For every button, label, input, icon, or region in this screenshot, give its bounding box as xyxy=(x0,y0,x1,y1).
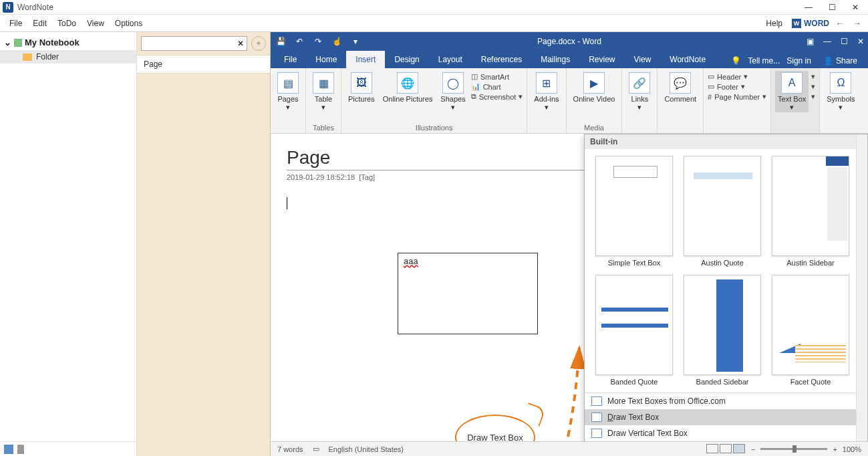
tab-review[interactable]: Review xyxy=(579,51,624,68)
pagenum-icon: # xyxy=(708,93,712,101)
add-page-button[interactable]: + xyxy=(251,36,266,51)
menu-edit[interactable]: Edit xyxy=(27,19,52,28)
gallery-item-banded-quote[interactable]: Banded Quote xyxy=(594,275,674,386)
menu-view[interactable]: View xyxy=(82,19,110,28)
menu-options[interactable]: Options xyxy=(110,19,148,28)
dropcap-button[interactable]: ▾ xyxy=(811,92,815,101)
touch-mode-icon[interactable]: ☝ xyxy=(331,35,343,47)
menu-todo[interactable]: ToDo xyxy=(52,19,82,28)
tab-file[interactable]: File xyxy=(275,51,306,68)
wordart-button[interactable]: ▾ xyxy=(811,82,815,91)
bookmark-icon[interactable] xyxy=(17,445,24,454)
word-toggle[interactable]: W WORD xyxy=(792,19,829,28)
gallery-item-austin-quote[interactable]: Austin Quote xyxy=(682,156,762,267)
zoom-in-button[interactable]: + xyxy=(833,445,837,453)
tellme-input[interactable]: Tell me... xyxy=(748,56,780,66)
view-mode-buttons[interactable] xyxy=(706,444,746,455)
word-icon: W xyxy=(792,19,801,28)
wordnote-titlebar: N WordNote — ☐ ✕ xyxy=(0,0,868,15)
redo-icon[interactable]: ↷ xyxy=(312,35,324,47)
maximize-icon[interactable]: ☐ xyxy=(829,3,836,12)
clear-search-icon[interactable]: ✕ xyxy=(237,39,244,48)
word-titlebar: 💾 ↶ ↷ ☝ ▾ Page.docx - Word ▣ — ☐ ✕ xyxy=(271,32,868,51)
tab-view[interactable]: View xyxy=(625,51,661,68)
online-pictures-button[interactable]: 🌐Online Pictures xyxy=(380,71,436,104)
draw-vertical-text-box-item[interactable]: Draw Vertical Text Box xyxy=(585,425,867,441)
quickparts-button[interactable]: ▾ xyxy=(811,72,815,81)
text-box-button[interactable]: AText Box▾ xyxy=(775,71,809,112)
word-minimize-icon[interactable]: — xyxy=(823,37,831,46)
qat-customize-icon[interactable]: ▾ xyxy=(349,35,361,47)
gallery-item-banded-sidebar[interactable]: Banded Sidebar xyxy=(682,275,762,386)
notebook-folder[interactable]: Folder xyxy=(0,50,136,64)
zoom-out-button[interactable]: − xyxy=(751,445,755,453)
illustrations-group-label: Illustrations xyxy=(416,122,453,132)
proofing-icon[interactable]: ▭ xyxy=(313,445,319,453)
video-icon: ▶ xyxy=(583,72,605,94)
pages-button[interactable]: ▤ Pages▾ xyxy=(275,71,301,112)
search-input[interactable]: ✕ xyxy=(141,36,247,51)
close-icon[interactable]: ✕ xyxy=(852,3,859,12)
share-button[interactable]: 👤 Share xyxy=(818,53,863,68)
ribbon-display-icon[interactable]: ▣ xyxy=(807,37,814,46)
page-list-item[interactable]: Page xyxy=(137,55,270,74)
online-video-button[interactable]: ▶Online Video xyxy=(571,71,618,104)
gallery-item-austin-sidebar[interactable]: Austin Sidebar xyxy=(770,156,851,267)
addins-icon: ⊞ xyxy=(536,72,557,94)
tab-references[interactable]: References xyxy=(472,51,531,68)
shapes-icon: ◯ xyxy=(442,72,464,94)
collapse-chevron-icon[interactable]: ⌄ xyxy=(4,37,11,47)
addins-button[interactable]: ⊞Add-ins▾ xyxy=(531,71,561,112)
tag-icon[interactable] xyxy=(4,445,13,454)
wordnote-menubar: File Edit ToDo View Options Help W WORD … xyxy=(0,15,868,32)
word-count[interactable]: 7 words xyxy=(277,445,303,453)
symbols-button[interactable]: ΩSymbols▾ xyxy=(824,71,857,112)
nav-forward-icon[interactable]: → xyxy=(851,19,864,28)
menu-file[interactable]: File xyxy=(4,19,27,28)
screenshot-button[interactable]: ⧉Screenshot ▾ xyxy=(471,92,523,101)
word-close-icon[interactable]: ✕ xyxy=(857,37,864,46)
minimize-icon[interactable]: — xyxy=(805,3,813,12)
inserted-text-box[interactable]: aaa xyxy=(398,253,538,334)
tab-home[interactable]: Home xyxy=(306,51,346,68)
ribbon-tabs: File Home Insert Design Layout Reference… xyxy=(271,51,868,68)
undo-icon[interactable]: ↶ xyxy=(293,35,305,47)
links-icon: 🔗 xyxy=(629,72,650,94)
table-button[interactable]: ▦ Table▾ xyxy=(310,71,337,112)
signin-link[interactable]: Sign in xyxy=(786,56,811,66)
draw-text-box-item[interactable]: Draw Text Box xyxy=(585,409,867,425)
pictures-button[interactable]: 🖼Pictures xyxy=(345,71,378,104)
tab-design[interactable]: Design xyxy=(385,51,428,68)
smartart-button[interactable]: ◫SmartArt xyxy=(471,72,523,81)
shapes-button[interactable]: ◯Shapes▾ xyxy=(438,71,468,112)
screenshot-icon: ⧉ xyxy=(471,92,476,101)
tab-mailings[interactable]: Mailings xyxy=(531,51,579,68)
word-maximize-icon[interactable]: ☐ xyxy=(841,37,848,46)
nav-back-icon[interactable]: ← xyxy=(833,19,847,28)
links-button[interactable]: 🔗Links▾ xyxy=(626,71,653,112)
chart-button[interactable]: 📊Chart xyxy=(471,82,523,91)
tab-wordnote[interactable]: WordNote xyxy=(660,51,715,68)
footer-button[interactable]: ▭Footer ▾ xyxy=(708,82,766,91)
language-status[interactable]: English (United States) xyxy=(329,445,404,453)
notebook-icon xyxy=(14,39,22,47)
folder-icon xyxy=(23,53,32,61)
save-icon[interactable]: 💾 xyxy=(275,35,287,47)
zoom-slider[interactable] xyxy=(760,448,827,450)
more-textboxes-item[interactable]: More Text Boxes from Office.com▸ xyxy=(585,393,867,409)
document-canvas[interactable]: Page 2019-01-29 18:52:18 [Tag] aaa Draw … xyxy=(271,134,868,456)
page-number-button[interactable]: #Page Number ▾ xyxy=(708,92,766,101)
notebook-root[interactable]: ⌄ My Notebook xyxy=(0,36,136,49)
gallery-scrollbar[interactable] xyxy=(856,134,867,456)
gallery-item-facet-quote[interactable]: Facet Quote xyxy=(770,275,851,386)
menu-help[interactable]: Help xyxy=(760,19,788,28)
zoom-value[interactable]: 100% xyxy=(843,445,861,453)
pages-icon: ▤ xyxy=(277,72,299,94)
tab-insert[interactable]: Insert xyxy=(346,51,385,68)
tab-layout[interactable]: Layout xyxy=(429,51,472,68)
tables-group-label: Tables xyxy=(313,122,334,132)
comment-button[interactable]: 💬Comment xyxy=(662,71,699,104)
gallery-item-simple-text-box[interactable]: Simple Text Box xyxy=(594,156,674,267)
ribbon: ▤ Pages▾ ▦ Table▾ Tables 🖼Pictures xyxy=(271,68,868,134)
header-button[interactable]: ▭Header ▾ xyxy=(708,72,766,81)
